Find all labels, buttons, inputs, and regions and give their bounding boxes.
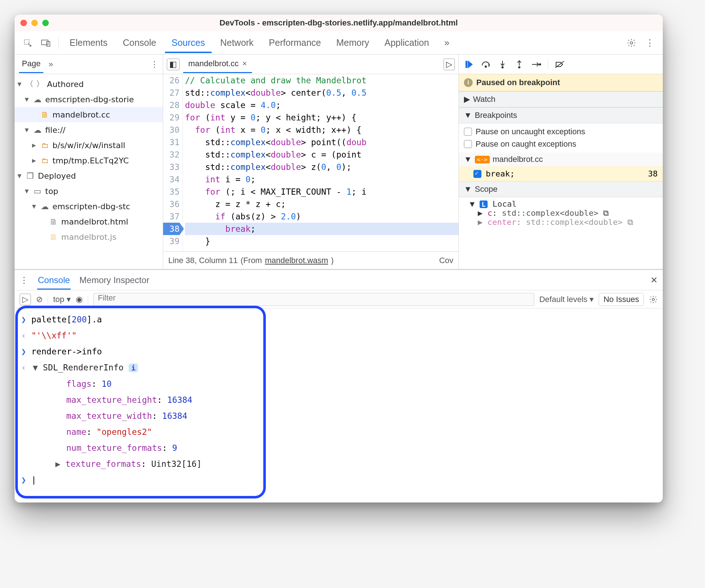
console-row[interactable]: ❯renderer->info (15, 343, 663, 359)
drawer-tab-memory-inspector[interactable]: Memory Inspector (79, 275, 149, 285)
tab-console[interactable]: Console (116, 32, 163, 53)
file-tree[interactable]: ▼〈 〉Authored ▼☁︎emscripten-dbg-storie 🗎m… (15, 74, 163, 269)
tree-folder[interactable]: ▶🗀tmp/tmp.ELcTq2YC (15, 153, 163, 168)
pause-uncaught-checkbox[interactable]: Pause on uncaught exceptions (464, 126, 658, 138)
breakpoints-body: Pause on uncaught exceptions Pause on ca… (459, 123, 663, 152)
devtools-window: DevTools - emscripten-dbg-stories.netlif… (15, 15, 663, 502)
tree-file-scheme[interactable]: ▼☁︎file:// (15, 122, 163, 138)
navigator-tab-overflow[interactable]: » (46, 57, 55, 71)
info-icon: i (464, 78, 473, 87)
pause-caught-checkbox[interactable]: Pause on caught exceptions (464, 138, 658, 150)
console-row[interactable]: ‹▼ SDL_RendererInfo i (15, 359, 663, 376)
tree-folder[interactable]: ▶🗀b/s/w/ir/x/w/install (15, 138, 163, 153)
clear-console-icon[interactable]: ⊘ (36, 295, 43, 304)
code-content[interactable]: // Calculate and draw the Mandelbrotstd:… (183, 74, 458, 251)
settings-gear-icon[interactable] (623, 35, 639, 51)
console-row[interactable]: ❯palette[200].a (15, 311, 663, 327)
step-out-icon[interactable] (514, 59, 524, 69)
step-icon[interactable] (531, 59, 541, 69)
tab-sources[interactable]: Sources (165, 32, 212, 53)
breakpoint-row[interactable]: break; 38 (459, 166, 663, 181)
drawer-tabs: ⋮ Console Memory Inspector ✕ (15, 270, 663, 290)
tree-file[interactable]: 🗎mandelbrot.html (15, 214, 163, 229)
source-editor: ◧ mandelbrot.cc × ▷ 26272829303132333435… (163, 55, 459, 269)
issues-button[interactable]: No Issues (599, 293, 644, 306)
log-levels-selector[interactable]: Default levels ▾ (539, 295, 594, 304)
console-row[interactable]: max_texture_height: 16384 (15, 392, 663, 408)
svg-rect-4 (466, 61, 467, 67)
coverage-label[interactable]: Cov (439, 256, 453, 265)
debug-toolbar (459, 55, 663, 74)
close-tab-icon[interactable]: × (242, 59, 247, 68)
tree-top[interactable]: ▼▭top (15, 183, 163, 199)
inspect-icon[interactable] (20, 35, 36, 51)
section-scope[interactable]: ▼Scope (459, 181, 663, 197)
tree-file-selected[interactable]: 🗎mandelbrot.cc (15, 107, 163, 122)
svg-point-6 (502, 67, 503, 68)
console-body[interactable]: ❯palette[200].a‹"'\\xff'"❯renderer->info… (15, 309, 663, 502)
tree-file[interactable]: 🗎mandelbrot.js (15, 229, 163, 245)
breakpoint-enabled-checkbox[interactable] (473, 170, 481, 178)
drawer-kebab-icon[interactable]: ⋮ (20, 275, 28, 285)
console-filter-input[interactable]: Filter (93, 293, 534, 306)
console-row[interactable]: num_texture_formats: 9 (15, 440, 663, 456)
minimize-window-icon[interactable] (31, 20, 38, 26)
line-gutter[interactable]: 2627282930313233343536373839 (163, 74, 183, 251)
breakpoint-line: 38 (648, 169, 658, 178)
close-window-icon[interactable] (20, 20, 27, 26)
run-snippet-icon[interactable]: ▷ (444, 59, 455, 70)
breakpoint-file-header[interactable]: ▼<·>mandelbrot.cc (459, 152, 663, 166)
scope-variable[interactable]: ▶ center: std::complex<double> ⧉ (470, 218, 658, 227)
drawer: ⋮ Console Memory Inspector ✕ ▷ ⊘ top ▾ ◉… (15, 269, 663, 502)
tree-group-deployed[interactable]: ▼❒Deployed (15, 168, 163, 183)
navigator-tab-page[interactable]: Page (19, 55, 43, 73)
console-sidebar-toggle-icon[interactable]: ▷ (20, 294, 31, 305)
wasm-source-link[interactable]: mandelbrot.wasm (265, 256, 328, 265)
scope-body: ▼ L Local ▶ c: std::complex<double> ⧉ ▶ … (459, 197, 663, 229)
code-editor[interactable]: 2627282930313233343536373839 // Calculat… (163, 74, 458, 251)
window-controls (20, 20, 49, 26)
resume-icon[interactable] (464, 59, 474, 69)
navigator-tabs: Page » ⋮ (15, 55, 163, 74)
console-prompt[interactable]: ❯​| (15, 472, 663, 488)
deactivate-breakpoints-icon[interactable] (555, 59, 565, 69)
console-toolbar: ▷ ⊘ top ▾ ◉ Filter Default levels ▾ No I… (15, 290, 663, 309)
editor-file-tab[interactable]: mandelbrot.cc × (183, 55, 252, 73)
device-toggle-icon[interactable] (38, 35, 54, 51)
console-row[interactable]: ‹"'\\xff'" (15, 327, 663, 343)
scope-variable[interactable]: ▶ c: std::complex<double> ⧉ (470, 208, 658, 218)
toggle-navigator-icon[interactable]: ◧ (167, 59, 180, 70)
tab-memory[interactable]: Memory (330, 32, 375, 53)
drawer-tab-console[interactable]: Console (37, 271, 71, 290)
context-selector[interactable]: top ▾ (53, 295, 71, 304)
navigator-sidebar: Page » ⋮ ▼〈 〉Authored ▼☁︎emscripten-dbg-… (15, 55, 163, 269)
section-watch[interactable]: ▶Watch (459, 91, 663, 107)
tab-performance[interactable]: Performance (262, 32, 327, 53)
tabs-overflow[interactable]: » (438, 32, 456, 53)
tree-domain[interactable]: ▼☁︎emscripten-dbg-storie (15, 92, 163, 107)
zoom-window-icon[interactable] (42, 20, 49, 26)
editor-tabs: ◧ mandelbrot.cc × ▷ (163, 55, 458, 74)
console-row[interactable]: ▶ texture_formats: Uint32[16] (15, 456, 663, 472)
console-row[interactable]: max_texture_width: 16384 (15, 408, 663, 424)
scope-local[interactable]: ▼ L Local (470, 199, 658, 208)
console-row[interactable]: name: "opengles2" (15, 424, 663, 440)
paused-banner: i Paused on breakpoint (459, 74, 663, 91)
step-into-icon[interactable] (497, 59, 508, 69)
tree-domain[interactable]: ▼☁︎emscripten-dbg-stc (15, 199, 163, 214)
console-row[interactable]: flags: 10 (15, 376, 663, 392)
tree-group-authored[interactable]: ▼〈 〉Authored (15, 76, 163, 92)
tab-network[interactable]: Network (214, 32, 260, 53)
section-breakpoints[interactable]: ▼Breakpoints (459, 107, 663, 123)
svg-point-9 (652, 298, 654, 301)
live-expression-icon[interactable]: ◉ (76, 295, 83, 304)
step-over-icon[interactable] (481, 59, 491, 69)
titlebar: DevTools - emscripten-dbg-stories.netlif… (15, 15, 663, 31)
console-settings-gear-icon[interactable] (649, 295, 658, 304)
tab-elements[interactable]: Elements (63, 32, 114, 53)
navigator-kebab-icon[interactable]: ⋮ (150, 60, 158, 69)
close-drawer-icon[interactable]: ✕ (650, 275, 658, 285)
kebab-menu-icon[interactable]: ⋮ (642, 35, 658, 51)
tab-application[interactable]: Application (378, 32, 436, 53)
editor-status-bar: Line 38, Column 11 (From mandelbrot.wasm… (163, 251, 458, 269)
